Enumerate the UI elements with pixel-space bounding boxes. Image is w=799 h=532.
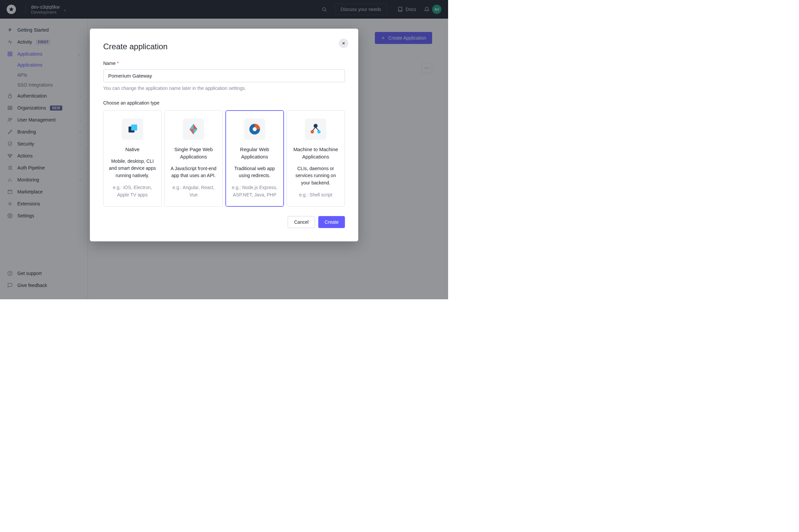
cancel-button[interactable]: Cancel [288, 216, 315, 228]
app-type-card-single-page-web-applications[interactable]: Single Page Web Applications A JavaScrip… [165, 110, 223, 207]
app-type-title: Machine to Machine Applications [292, 146, 340, 160]
svg-line-39 [312, 127, 316, 131]
app-type-desc: Traditional web app using redirects. [230, 165, 279, 179]
app-type-example: e.g.: Shell script [292, 191, 340, 199]
name-input[interactable] [103, 69, 345, 82]
name-hint: You can change the application name late… [103, 86, 345, 91]
svg-point-37 [311, 130, 314, 133]
app-type-icon [244, 118, 265, 140]
app-type-title: Regular Web Applications [230, 146, 279, 160]
close-button[interactable] [339, 39, 348, 48]
create-button[interactable]: Create [318, 216, 345, 228]
app-type-icon [122, 118, 143, 140]
app-type-example: e.g.: Angular, React, Vue [169, 184, 218, 198]
app-type-title: Native [108, 146, 157, 153]
app-type-icon [183, 118, 204, 140]
app-type-title: Single Page Web Applications [169, 146, 218, 160]
modal-title: Create application [103, 42, 345, 51]
app-type-desc: CLIs, daemons or services running on you… [292, 165, 340, 187]
svg-line-40 [316, 127, 319, 131]
app-type-example: e.g.: Node.js Express, ASP.NET, Java, PH… [230, 184, 279, 198]
svg-point-35 [253, 127, 257, 131]
svg-point-38 [317, 130, 321, 133]
svg-rect-33 [131, 125, 137, 131]
app-type-example: e.g.: iOS, Electron, Apple TV apps [108, 184, 157, 198]
name-label: Name * [103, 61, 345, 66]
app-type-card-native[interactable]: Native Mobile, desktop, CLI and smart de… [103, 110, 162, 207]
app-type-desc: Mobile, desktop, CLI and smart device ap… [108, 158, 157, 179]
create-application-modal: Create application Name * You can change… [90, 28, 358, 241]
app-type-desc: A JavaScript front-end app that uses an … [169, 165, 218, 179]
app-type-icon [305, 118, 326, 140]
type-label: Choose an application type [103, 100, 345, 106]
app-type-card-machine-to-machine-applications[interactable]: Machine to Machine Applications CLIs, da… [287, 110, 345, 207]
app-type-card-regular-web-applications[interactable]: Regular Web Applications Traditional web… [225, 110, 284, 207]
